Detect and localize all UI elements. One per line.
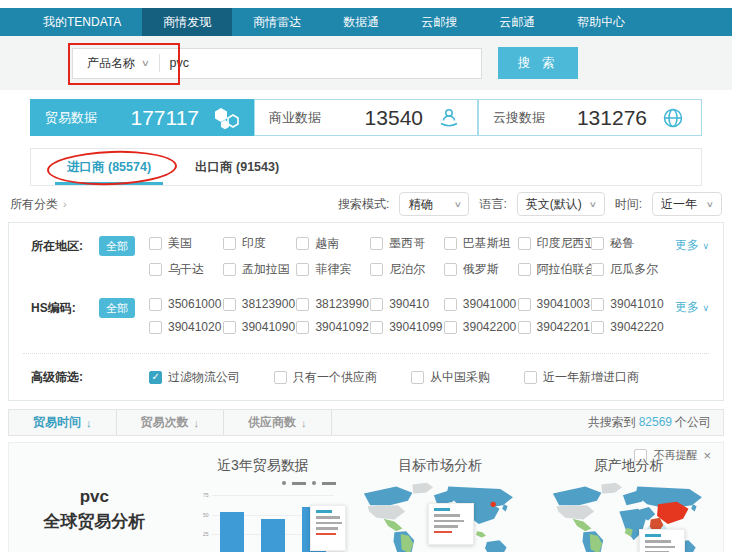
- checkbox-icon[interactable]: [149, 321, 162, 334]
- hscode-more-link[interactable]: 更多 ∨: [665, 297, 709, 343]
- stat-segment[interactable]: 贸易数据177117: [30, 99, 254, 136]
- filter-option[interactable]: 39041003: [518, 297, 592, 311]
- nav-item-link[interactable]: 数据通: [322, 8, 400, 36]
- filter-option[interactable]: 38123900: [223, 297, 297, 311]
- filter-option[interactable]: 孟加拉国: [223, 261, 297, 278]
- filter-option[interactable]: 39042220: [591, 320, 665, 334]
- filter-option[interactable]: 印度尼西亚: [518, 235, 592, 252]
- search-mode-select[interactable]: 精确 ∨: [399, 192, 469, 216]
- filter-option[interactable]: 印度: [223, 235, 297, 252]
- nav-item-link[interactable]: 帮助中心: [556, 8, 646, 36]
- tab-importers[interactable]: 进口商 (85574): [45, 149, 173, 185]
- hscode-all-button[interactable]: 全部: [99, 298, 135, 318]
- search-field-select[interactable]: 产品名称 ∨: [73, 55, 159, 72]
- advanced-filter-option[interactable]: 过滤物流公司: [149, 368, 240, 386]
- region-more-link[interactable]: 更多 ∨: [665, 235, 709, 287]
- checkbox-icon[interactable]: [444, 237, 457, 250]
- filter-option[interactable]: 390410: [370, 297, 444, 311]
- bar-2020[interactable]: [261, 519, 285, 552]
- filter-option[interactable]: 阿拉伯联合...: [518, 261, 592, 278]
- checkbox-icon[interactable]: [591, 263, 604, 276]
- all-categories-link[interactable]: 所有分类 ›: [10, 196, 67, 213]
- checkbox-icon[interactable]: [591, 237, 604, 250]
- checkbox-icon[interactable]: [149, 263, 162, 276]
- sort-item[interactable]: 贸易时间↓: [9, 410, 117, 435]
- checkbox-icon[interactable]: [444, 263, 457, 276]
- advanced-filter-option[interactable]: 近一年新增进口商: [524, 368, 639, 386]
- target-market-map[interactable]: [346, 481, 534, 552]
- search-input[interactable]: pvc: [160, 56, 481, 70]
- checkbox-icon[interactable]: [591, 321, 604, 334]
- language-select[interactable]: 英文(默认) ∨: [517, 192, 605, 216]
- filter-option[interactable]: 俄罗斯: [444, 261, 518, 278]
- y-axis-tick: 75: [203, 492, 209, 498]
- checkbox-icon[interactable]: [223, 321, 236, 334]
- y-axis-tick: 50: [203, 512, 209, 518]
- checkbox-icon[interactable]: [524, 371, 537, 384]
- stat-segment[interactable]: 商业数据13540: [254, 99, 478, 136]
- checkbox-icon[interactable]: [149, 371, 162, 384]
- filter-option[interactable]: 乌干达: [149, 261, 223, 278]
- advanced-filter-option[interactable]: 从中国采购: [411, 368, 490, 386]
- filter-option[interactable]: 尼泊尔: [370, 261, 444, 278]
- filter-option[interactable]: 39041090: [223, 320, 297, 334]
- checkbox-icon[interactable]: [518, 263, 531, 276]
- sort-item[interactable]: 供应商数↓: [224, 410, 332, 435]
- sort-item[interactable]: 贸易次数↓: [117, 410, 225, 435]
- checkbox-icon[interactable]: [296, 321, 309, 334]
- checkbox-icon[interactable]: [223, 263, 236, 276]
- filter-option[interactable]: 39041020: [149, 320, 223, 334]
- stat-segment[interactable]: 云搜数据131276: [478, 99, 702, 136]
- filter-option[interactable]: 菲律宾: [296, 261, 370, 278]
- filter-option[interactable]: 墨西哥: [370, 235, 444, 252]
- checkbox-icon[interactable]: [223, 237, 236, 250]
- origin-map[interactable]: [535, 481, 723, 552]
- checkbox-icon[interactable]: [444, 321, 457, 334]
- nav-item-link[interactable]: 云邮搜: [400, 8, 478, 36]
- filter-option[interactable]: 越南: [296, 235, 370, 252]
- filter-option[interactable]: 厄瓜多尔: [591, 261, 665, 278]
- filter-option[interactable]: 38123990: [296, 297, 370, 311]
- checkbox-icon[interactable]: [411, 371, 424, 384]
- filter-option[interactable]: 39041099: [370, 320, 444, 334]
- checkbox-icon[interactable]: [444, 298, 457, 311]
- filter-option[interactable]: 39042201: [518, 320, 592, 334]
- bar-2019[interactable]: [220, 512, 244, 552]
- time-select[interactable]: 近一年 ∨: [652, 192, 722, 216]
- filter-option[interactable]: 秘鲁: [591, 235, 665, 252]
- checkbox-icon[interactable]: [518, 298, 531, 311]
- search-field-label: 产品名称: [87, 55, 135, 72]
- checkbox-icon[interactable]: [518, 237, 531, 250]
- trade-bar-chart[interactable]: 7550250201920202021: [194, 483, 343, 552]
- region-all-button[interactable]: 全部: [99, 236, 135, 256]
- checkbox-icon[interactable]: [149, 237, 162, 250]
- checkbox-icon[interactable]: [370, 237, 383, 250]
- filter-option[interactable]: 巴基斯坦: [444, 235, 518, 252]
- nav-item-link[interactable]: 我的TENDATA: [22, 8, 142, 36]
- nav-item-active[interactable]: 商情发现: [142, 8, 232, 36]
- filter-option[interactable]: 美国: [149, 235, 223, 252]
- search-button[interactable]: 搜 索: [498, 47, 578, 79]
- nav-item-link[interactable]: 云邮通: [478, 8, 556, 36]
- checkbox-icon[interactable]: [296, 298, 309, 311]
- filter-option[interactable]: 39041000: [444, 297, 518, 311]
- checkbox-icon[interactable]: [223, 298, 236, 311]
- filter-option[interactable]: 39042200: [444, 320, 518, 334]
- checkbox-icon[interactable]: [370, 298, 383, 311]
- checkbox-icon[interactable]: [274, 371, 287, 384]
- filter-option[interactable]: 35061000: [149, 297, 223, 311]
- checkbox-icon[interactable]: [370, 321, 383, 334]
- checkbox-icon[interactable]: [296, 263, 309, 276]
- checkbox-icon[interactable]: [296, 237, 309, 250]
- globe-icon: [661, 106, 687, 130]
- checkbox-icon[interactable]: [591, 298, 604, 311]
- nav-item-link[interactable]: 商情雷达: [232, 8, 322, 36]
- checkbox-icon[interactable]: [370, 263, 383, 276]
- checkbox-icon[interactable]: [149, 298, 162, 311]
- tab-exporters[interactable]: 出口商 (91543): [173, 149, 301, 185]
- filter-option[interactable]: 39041010: [591, 297, 665, 311]
- filter-option[interactable]: 39041092: [296, 320, 370, 334]
- filter-option-label: 印度尼西亚: [537, 235, 592, 252]
- checkbox-icon[interactable]: [518, 321, 531, 334]
- advanced-filter-option[interactable]: 只有一个供应商: [274, 368, 377, 386]
